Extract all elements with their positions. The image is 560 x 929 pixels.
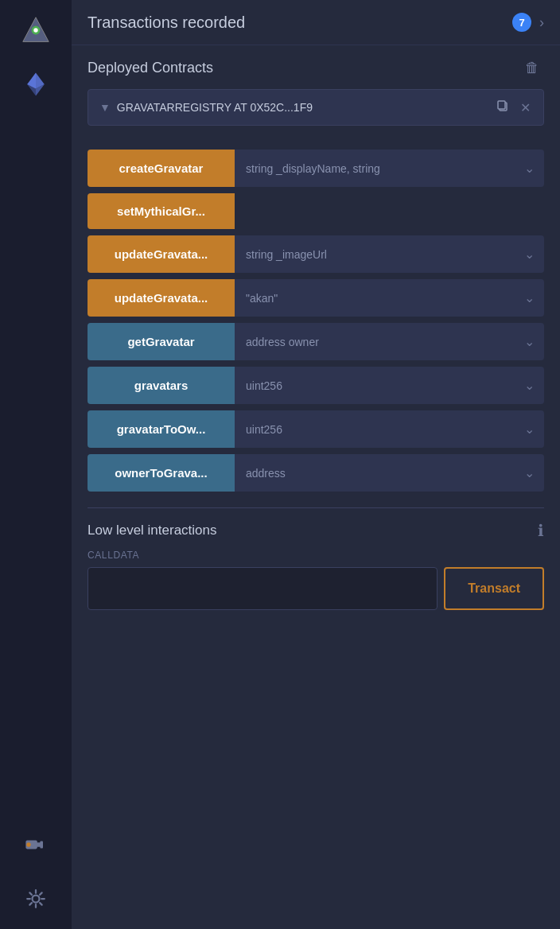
updateGravata1-param: string _imageUrl xyxy=(235,235,515,273)
svg-point-11 xyxy=(33,896,40,903)
createGravatar-button[interactable]: createGravatar xyxy=(88,150,235,187)
low-level-section: Low level interactions ℹ CALLDATA Transa… xyxy=(72,521,560,610)
calldata-input[interactable] xyxy=(88,567,438,610)
low-level-header: Low level interactions ℹ xyxy=(88,521,544,540)
close-contract-button[interactable]: ✕ xyxy=(519,98,532,117)
getGravatar-chevron-icon[interactable]: ⌄ xyxy=(515,323,544,360)
gravatars-button[interactable]: gravatars xyxy=(88,367,235,404)
gravatarToOw-param: uint256 xyxy=(235,410,515,448)
createGravatar-param: string _displayName, string xyxy=(235,150,515,187)
gravatars-chevron-icon[interactable]: ⌄ xyxy=(515,367,544,404)
plugin-icon[interactable] xyxy=(18,827,53,862)
ethereum-icon[interactable] xyxy=(18,67,53,102)
updateGravata1-button[interactable]: updateGravata... xyxy=(88,235,235,273)
gravatarToOw-button[interactable]: gravatarToOw... xyxy=(88,410,235,448)
fn-row-updateGravata2: updateGravata... "akan" ⌄ xyxy=(88,279,544,317)
remix-logo-icon[interactable] xyxy=(18,13,53,48)
contract-expand-icon[interactable]: ▼ xyxy=(99,101,111,114)
ownerToGrava-chevron-icon[interactable]: ⌄ xyxy=(515,454,544,492)
fn-row-gravatars: gravatars uint256 ⌄ xyxy=(88,367,544,404)
contract-row: ▼ GRAVATARREGISTRY AT 0X52C...1F9 ✕ xyxy=(88,89,544,126)
updateGravata2-param: "akan" xyxy=(235,279,515,317)
section-title: Deployed Contracts xyxy=(88,60,213,76)
fn-row-getGravatar: getGravatar address owner ⌄ xyxy=(88,323,544,360)
updateGravata2-button[interactable]: updateGravata... xyxy=(88,279,235,317)
delete-contracts-button[interactable]: 🗑 xyxy=(520,58,544,78)
updateGravata2-chevron-icon[interactable]: ⌄ xyxy=(515,279,544,317)
svg-marker-6 xyxy=(27,73,36,89)
svg-point-2 xyxy=(33,28,37,32)
low-level-title: Low level interactions xyxy=(88,523,217,538)
sidebar-bottom xyxy=(18,827,53,916)
contract-actions: ✕ xyxy=(495,98,532,117)
gravatarToOw-chevron-icon[interactable]: ⌄ xyxy=(515,410,544,448)
getGravatar-param: address owner xyxy=(235,323,515,360)
fn-row-ownerToGrava: ownerToGrava... address ⌄ xyxy=(88,454,544,492)
copy-address-button[interactable] xyxy=(495,98,511,117)
createGravatar-chevron-icon[interactable]: ⌄ xyxy=(515,150,544,187)
contract-name: GRAVATARREGISTRY AT 0X52C...1F9 xyxy=(117,101,495,114)
transaction-badge: 7 xyxy=(512,13,531,32)
header-chevron-icon[interactable]: › xyxy=(539,14,544,31)
svg-rect-13 xyxy=(498,101,505,109)
header: Transactions recorded 7 › xyxy=(72,0,560,45)
ownerToGrava-button[interactable]: ownerToGrava... xyxy=(88,454,235,492)
svg-point-10 xyxy=(26,842,30,846)
info-icon[interactable]: ℹ xyxy=(538,521,544,540)
section-divider xyxy=(88,507,544,508)
svg-rect-9 xyxy=(40,842,43,849)
main-panel: Transactions recorded 7 › Deployed Contr… xyxy=(72,0,560,929)
fn-row-updateGravata1: updateGravata... string _imageUrl ⌄ xyxy=(88,235,544,273)
transact-button[interactable]: Transact xyxy=(444,567,544,610)
calldata-label: CALLDATA xyxy=(88,550,544,561)
fn-row-createGravatar: createGravatar string _displayName, stri… xyxy=(88,150,544,187)
gravatars-param: uint256 xyxy=(235,367,515,404)
fn-row-gravatarToOw: gravatarToOw... uint256 ⌄ xyxy=(88,410,544,448)
updateGravata1-chevron-icon[interactable]: ⌄ xyxy=(515,235,544,273)
page-title: Transactions recorded xyxy=(88,14,504,32)
section-header: Deployed Contracts 🗑 xyxy=(88,58,544,78)
functions-area: createGravatar string _displayName, stri… xyxy=(72,150,560,492)
getGravatar-button[interactable]: getGravatar xyxy=(88,323,235,360)
setMythicalGr-button[interactable]: setMythicalGr... xyxy=(88,193,235,229)
settings-icon[interactable] xyxy=(18,881,53,916)
ownerToGrava-param: address xyxy=(235,454,515,492)
fn-row-setMythicalGr: setMythicalGr... xyxy=(88,193,544,229)
sidebar xyxy=(0,0,72,929)
deployed-contracts-section: Deployed Contracts 🗑 ▼ GRAVATARREGISTRY … xyxy=(72,45,560,150)
calldata-row: Transact xyxy=(88,567,544,610)
